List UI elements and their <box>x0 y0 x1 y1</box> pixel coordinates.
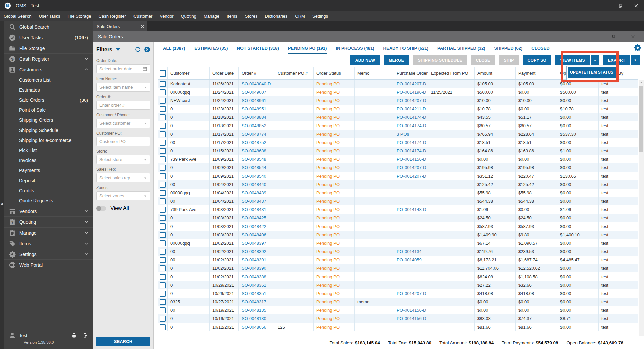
column-header-customer-po[interactable]: Customer PO # <box>275 67 314 79</box>
menu-item-manage[interactable]: Manage <box>200 11 223 21</box>
cell-order[interactable]: SO-0048056 <box>239 323 275 331</box>
cell-purchase-order[interactable]: PO-0014156-D <box>394 306 428 314</box>
menu-item-user-tasks[interactable]: User Tasks <box>35 11 64 21</box>
cell-order[interactable]: SO-0048130 <box>239 314 275 323</box>
sidebar-item-quoting[interactable]: ?Quoting <box>4 216 93 227</box>
sidebar-item-point-of-sale[interactable]: Point of Sale <box>4 105 93 115</box>
row-checkbox[interactable] <box>160 131 166 137</box>
cell-order[interactable]: SO-0048548 <box>239 155 275 163</box>
sidebar-item-settings[interactable]: Settings <box>4 249 93 259</box>
cell-order[interactable]: SO-0048884 <box>239 113 275 121</box>
view-items-button[interactable]: VIEW ITEMS <box>555 55 590 65</box>
cell-order[interactable]: SO-0048540 <box>239 172 275 180</box>
view-all-toggle[interactable] <box>96 206 106 211</box>
cell-purchase-order[interactable]: PO-0014156-D <box>394 314 428 323</box>
clear-filters-icon[interactable] <box>144 46 150 53</box>
sidebar-item-pick-list[interactable]: Pick List <box>4 145 93 155</box>
sidebar-item-web-portal[interactable]: Web Portal <box>4 259 93 270</box>
menu-item-vendor[interactable]: Vendor <box>156 11 177 21</box>
order-input[interactable]: Enter order # <box>96 101 150 110</box>
row-checkbox[interactable] <box>160 207 166 213</box>
cell-purchase-order[interactable]: PO-0014174-D <box>394 147 428 155</box>
table-row[interactable]: 011/02/2021SO-0048388Pending PO$624.08$1… <box>158 272 638 281</box>
add-new-button[interactable]: ADD NEW <box>350 55 380 65</box>
dropdown-arrow-icon[interactable] <box>143 176 147 180</box>
tab-all-1387[interactable]: ALL (1387) <box>163 46 185 54</box>
dropdown-arrow-icon[interactable] <box>143 194 147 198</box>
table-row[interactable]: 032510/27/2021SO-0048317Pending POmemo$0… <box>158 298 638 306</box>
table-row[interactable]: 00000qqq11/02/2021SO-0048397Pending PO$6… <box>158 239 638 247</box>
document-tab-sale-orders[interactable]: Sale Orders <box>93 21 147 31</box>
sidebar-item-quote-requests[interactable]: Quote Requests <box>4 196 93 206</box>
sidebar-item-deposit[interactable]: Deposit <box>4 176 93 186</box>
row-checkbox[interactable] <box>160 123 166 129</box>
row-checkbox[interactable] <box>160 81 166 87</box>
settings-gear-icon[interactable] <box>634 44 642 52</box>
sidebar-collapse-strip[interactable]: ◀ <box>0 21 4 349</box>
cell-order[interactable]: SO-0048135 <box>239 306 275 314</box>
row-checkbox[interactable] <box>160 316 166 322</box>
cell-order[interactable]: SO-0048397 <box>239 239 275 247</box>
column-header-payment[interactable]: Payment <box>516 67 557 79</box>
sidebar-item-customers[interactable]: Customers <box>4 64 93 75</box>
menu-item-file-storage[interactable]: File Storage <box>64 11 95 21</box>
scrollbar-up-icon[interactable] <box>639 81 643 85</box>
tab-ready-to-ship-621[interactable]: READY TO SHIP (621) <box>383 46 428 54</box>
column-header-expected-from-po[interactable]: Expected From PO <box>428 67 475 79</box>
table-row[interactable]: 010/29/2021SO-0048351Pending POPO-001420… <box>158 289 638 298</box>
row-checkbox[interactable] <box>160 148 166 154</box>
row-checkbox[interactable] <box>160 140 166 146</box>
export-dropdown-arrow[interactable]: ▼ <box>631 55 640 65</box>
cell-purchase-order[interactable]: PO-0014174-D <box>394 138 428 147</box>
window-minimize-button[interactable] <box>597 0 612 11</box>
sidebar-item-items[interactable]: Items <box>4 238 93 249</box>
cell-order[interactable]: SO-0048351 <box>239 289 275 298</box>
table-row[interactable]: 011/03/2021SO-0048422Pending PO$587.93$5… <box>158 222 638 231</box>
cell-purchase-order[interactable]: PO-0014059 <box>394 256 428 264</box>
zones-input[interactable]: Select zones <box>96 191 150 200</box>
cell-purchase-order[interactable]: PO-0014148-D <box>394 205 428 214</box>
row-checkbox[interactable] <box>160 324 166 330</box>
cell-purchase-order[interactable]: 3 POs <box>394 130 428 138</box>
table-row[interactable]: 0011/04/2021SO-0048437Pending PO$544.38$… <box>158 197 638 205</box>
cell-purchase-order[interactable]: PO-0014134 <box>394 247 428 256</box>
table-row[interactable]: 010/12/2021SO-0048056125Pending PO$81.66… <box>158 323 638 331</box>
sidebar-item-shipping-schedule[interactable]: Shipping Schedule <box>4 125 93 135</box>
cell-purchase-order[interactable]: PO-0014207-D <box>394 163 428 172</box>
customer-po-input[interactable]: Customer PO <box>96 137 150 146</box>
menu-item-items[interactable]: Items <box>223 11 241 21</box>
sidebar-item-shipping-for-e-commerce[interactable]: Shipping for e-commerce <box>4 135 93 145</box>
sidebar-item-invoices[interactable]: Invoices <box>4 155 93 165</box>
row-checkbox[interactable] <box>160 215 166 221</box>
table-row[interactable]: NEW cust11/24/2021SO-0048961Pending POPO… <box>158 96 638 105</box>
cell-order[interactable]: SO-0048961 <box>239 96 275 105</box>
cell-order[interactable]: SO-0048544 <box>239 163 275 172</box>
cell-order[interactable]: SO-0048439 <box>239 189 275 197</box>
menu-item-dictionaries[interactable]: Dictionaries <box>261 11 291 21</box>
scrollbar-thumb[interactable] <box>639 86 643 152</box>
close-button[interactable]: CLOSE <box>471 55 495 65</box>
cell-purchase-order[interactable]: PO-0014207-D <box>394 96 428 105</box>
dropdown-arrow-icon[interactable] <box>143 121 147 126</box>
row-checkbox[interactable] <box>160 223 166 230</box>
sidebar-item-customers-list[interactable]: Customers List <box>4 75 93 85</box>
row-checkbox[interactable] <box>160 291 166 297</box>
row-checkbox[interactable] <box>160 257 166 263</box>
store-input[interactable]: Select store <box>96 155 150 164</box>
search-button[interactable]: SEARCH <box>96 337 150 346</box>
dropdown-arrow-icon[interactable] <box>143 85 147 89</box>
row-checkbox[interactable] <box>160 299 166 305</box>
tab-partial-shipped-32[interactable]: PARTIAL SHIPPED (32) <box>437 46 485 54</box>
table-row[interactable]: 011/09/2021SO-0048544Pending POPO-001420… <box>158 163 638 172</box>
shipping-schedule-button[interactable]: SHIPPING SCHEDULE <box>413 55 467 65</box>
column-header-memo[interactable]: Memo <box>355 67 394 79</box>
table-row[interactable]: 739 Park Ave11/03/2021SO-0048431Pending … <box>158 205 638 214</box>
cell-order[interactable]: SO-0049007 <box>239 88 275 96</box>
row-checkbox[interactable] <box>160 182 166 188</box>
column-header-order[interactable]: Order # <box>239 67 275 79</box>
tab-close-icon[interactable] <box>140 24 145 29</box>
cell-purchase-order[interactable]: PO-0014174-D <box>394 113 428 121</box>
cell-order[interactable]: SO-0048774 <box>239 130 275 138</box>
table-row[interactable]: 739 Park Ave11/09/2021SO-0048548Pending … <box>158 155 638 163</box>
merge-button[interactable]: MERGE <box>384 55 409 65</box>
